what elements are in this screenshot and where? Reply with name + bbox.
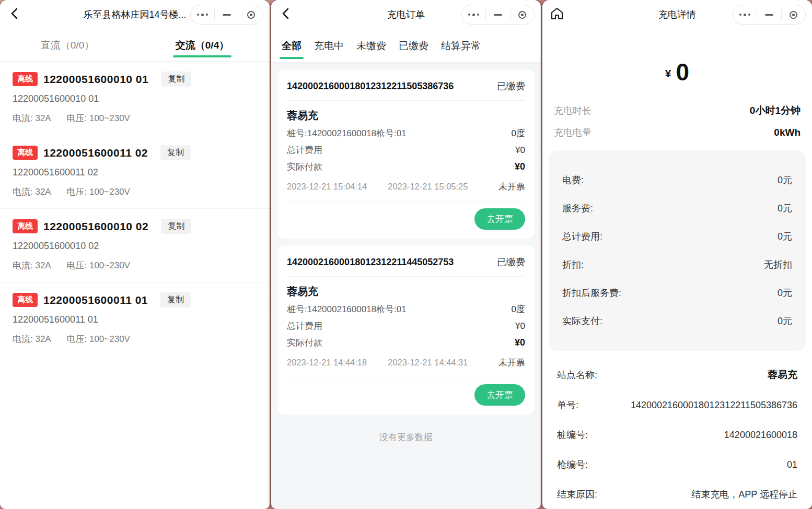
order-times: 2023-12-21 14:44:18 2023-12-21 14:44:31 <box>287 358 468 368</box>
gun-current: 电流: 32A <box>13 187 51 197</box>
capsule-minimize-button[interactable] <box>215 5 238 24</box>
order-filter-tabs: 全部 充电中 未缴费 已缴费 结算异常 <box>271 29 541 63</box>
paid-value: ¥0 <box>515 337 525 348</box>
minimize-icon <box>223 14 231 16</box>
gun-list-item[interactable]: 离线 12200051600010 01 复制 12200051600010 0… <box>0 62 270 135</box>
back-button[interactable] <box>274 3 297 26</box>
tab-dc[interactable]: 直流（0/0） <box>0 29 135 61</box>
end-reason-label: 结束原因: <box>557 488 597 501</box>
gun-type-tabs: 直流（0/0） 交流（0/4） <box>0 29 270 62</box>
tab-all[interactable]: 全部 <box>275 29 308 62</box>
order-no-value: 14200021600018012312211505386736 <box>631 400 797 411</box>
order-status: 已缴费 <box>497 256 525 268</box>
total-fee-label: 总计费用 <box>287 144 322 156</box>
gun-sub-id: 12200051600011 01 <box>13 314 257 325</box>
charge-summary: 充电时长 0小时1分钟 充电电量 0kWh <box>554 104 801 139</box>
capsule-more-button[interactable] <box>733 5 757 24</box>
capsule-quit-button[interactable] <box>511 5 534 24</box>
invoice-status: 未开票 <box>498 181 525 193</box>
page-title: 充电订单 <box>387 8 425 21</box>
capsule-more-button[interactable] <box>462 5 485 24</box>
gun-id: 12200051600011 02 <box>43 147 148 159</box>
gun-voltage: 电压: 100~230V <box>67 261 130 270</box>
gun-no-label: 枪编号: <box>557 458 588 471</box>
station-guns-screen: 乐至县格林庄园14号楼... 直流（0/0） 交流（0/4） 离线 122000… <box>0 0 270 509</box>
end-time: 2023-12-21 15:05:25 <box>388 182 468 192</box>
gun-specs: 电流: 32A 电压: 100~230V <box>13 259 257 271</box>
active-tab-underline <box>280 57 304 59</box>
gun-current: 电流: 32A <box>13 334 51 344</box>
more-icon <box>739 14 750 16</box>
tab-paid[interactable]: 已缴费 <box>392 29 435 62</box>
copy-button[interactable]: 复制 <box>160 145 191 160</box>
copy-button[interactable]: 复制 <box>161 219 191 234</box>
screen1-header: 乐至县格林庄园14号楼... <box>0 0 270 29</box>
capsule-minimize-button[interactable] <box>757 5 781 24</box>
info-row: 桩编号: 14200021600018 <box>557 429 797 441</box>
copy-button[interactable]: 复制 <box>161 72 191 87</box>
order-no-label: 单号: <box>557 399 578 411</box>
quit-circle-icon <box>247 11 255 19</box>
capsule-quit-button[interactable] <box>239 5 263 24</box>
tab-charging[interactable]: 充电中 <box>308 29 350 62</box>
gun-specs: 电流: 32A 电压: 100~230V <box>13 333 257 345</box>
duration-value: 0小时1分钟 <box>750 104 801 117</box>
home-icon <box>550 6 564 23</box>
order-info: 站点名称: 蓉易充 单号: 14200021600018012312211505… <box>557 368 797 501</box>
tab-ac[interactable]: 交流（0/4） <box>135 29 270 61</box>
orders-screen: 充电订单 全部 充电中 未缴费 已缴费 结算异常 142000216000180… <box>271 0 541 509</box>
gun-current: 电流: 32A <box>13 261 51 270</box>
gun-current: 电流: 32A <box>13 113 51 123</box>
gun-list-item[interactable]: 离线 12200051600011 01 复制 12200051600011 0… <box>0 282 270 356</box>
capsule-minimize-button[interactable] <box>486 5 509 24</box>
order-card[interactable]: 14200021600018012312211445052753 已缴费 蓉易充… <box>277 245 535 415</box>
gun-list-item[interactable]: 离线 12200051600011 02 复制 12200051600011 0… <box>0 135 270 209</box>
site-name-label: 站点名称: <box>557 369 597 381</box>
invoice-button[interactable]: 去开票 <box>474 208 525 230</box>
page-title: 充电详情 <box>658 8 696 21</box>
end-reason-value: 结束充电，APP 远程停止 <box>691 488 797 501</box>
gun-id: 12200051600011 01 <box>43 294 148 306</box>
home-button[interactable] <box>546 3 569 26</box>
screen2-header: 充电订单 <box>271 0 541 29</box>
divider <box>287 100 525 101</box>
capsule-quit-button[interactable] <box>782 5 805 24</box>
gun-voltage: 电压: 100~230V <box>67 334 130 344</box>
page-title: 乐至县格林庄园14号楼... <box>83 8 186 21</box>
info-row: 单号: 14200021600018012312211505386736 <box>557 399 797 411</box>
gun-sub-id: 12200051600010 02 <box>13 241 257 252</box>
more-icon <box>468 14 479 16</box>
copy-button[interactable]: 复制 <box>160 292 191 307</box>
fee-row: 折扣: 无折扣 <box>562 258 792 271</box>
order-number: 14200021600018012312211505386736 <box>287 81 454 92</box>
energy-label: 充电电量 <box>554 126 591 139</box>
tab-unpaid[interactable]: 未缴费 <box>350 29 392 62</box>
gun-id: 12200051600010 02 <box>43 220 148 233</box>
info-row: 结束原因: 结束充电，APP 远程停止 <box>557 488 797 501</box>
invoice-button[interactable]: 去开票 <box>474 384 525 406</box>
fee-row: 服务费: 0元 <box>562 202 792 215</box>
site-name-value: 蓉易充 <box>768 368 797 382</box>
start-time: 2023-12-21 14:44:18 <box>287 358 367 368</box>
energy-value: 0度 <box>512 127 525 139</box>
more-icon <box>197 14 208 16</box>
order-detail-screen: 充电详情 ¥0 充电时长 0小时1分钟 充电电量 0kWh 电费: 0元 服务费… <box>542 0 812 509</box>
capsule-more-button[interactable] <box>191 5 214 24</box>
gun-sub-id: 12200051600011 02 <box>13 167 257 178</box>
status-badge: 离线 <box>13 293 38 307</box>
tab-settle-error[interactable]: 结算异常 <box>435 29 487 62</box>
quit-circle-icon <box>518 11 526 19</box>
order-times: 2023-12-21 15:04:14 2023-12-21 15:05:25 <box>287 182 468 192</box>
energy-value: 0度 <box>512 303 525 315</box>
pile-no-value: 14200021600018 <box>724 430 797 441</box>
info-row: 站点名称: 蓉易充 <box>557 368 797 382</box>
total-fee-value: ¥0 <box>515 321 525 332</box>
station-name: 蓉易充 <box>287 285 525 299</box>
amount-value: 0 <box>676 58 690 86</box>
back-button[interactable] <box>3 3 26 26</box>
gun-list-item[interactable]: 离线 12200051600010 02 复制 12200051600010 0… <box>0 209 270 282</box>
fee-row: 折扣后服务费: 0元 <box>562 287 792 299</box>
total-amount: ¥0 <box>542 58 812 86</box>
order-card[interactable]: 14200021600018012312211505386736 已缴费 蓉易充… <box>277 69 535 239</box>
invoice-status: 未开票 <box>498 357 525 369</box>
